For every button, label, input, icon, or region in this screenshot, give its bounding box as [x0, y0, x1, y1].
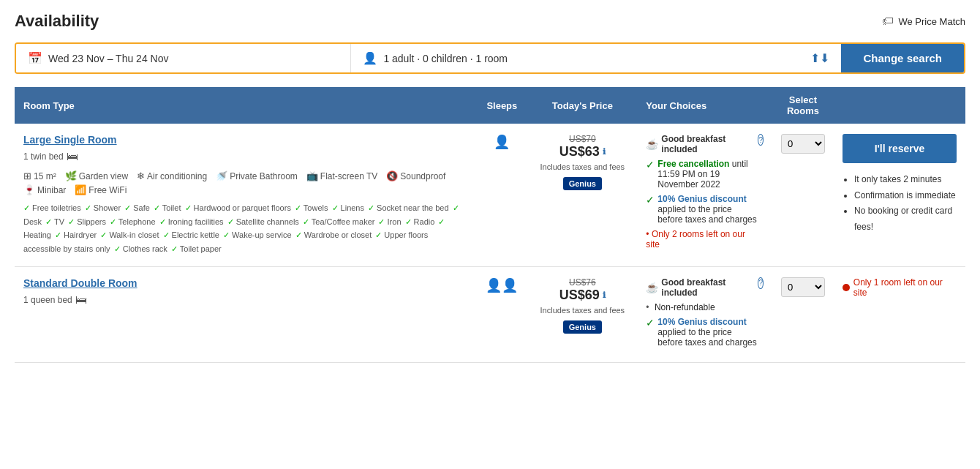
sleeps-cell: 👤	[476, 124, 527, 266]
check-icon: ✓	[110, 217, 116, 226]
guests-value: 1 adult · 0 children · 1 room	[383, 53, 508, 64]
feature-item: ✓ Electric kettle	[163, 230, 219, 239]
date-range-value: Wed 23 Nov – Thu 24 Nov	[48, 53, 168, 64]
room-quantity-select[interactable]: 0123	[781, 277, 825, 297]
search-bar: 📅 Wed 23 Nov – Thu 24 Nov 👤 1 adult · 0 …	[15, 42, 965, 74]
feature-item: ✓ Toilet	[154, 203, 181, 212]
current-price: US$63 ℹ	[536, 144, 628, 160]
original-price: US$70	[536, 134, 628, 144]
price-cell: US$76 US$69 ℹ Includes taxes and fees Ge…	[527, 266, 637, 362]
price-cell: US$70 US$63 ℹ Includes taxes and fees Ge…	[527, 124, 637, 266]
red-dot-icon	[843, 284, 850, 291]
feature-item: ✓ Clothes rack	[114, 244, 167, 253]
non-refundable-info: • Non-refundable	[646, 302, 758, 312]
breakfast-info: ☕ Good breakfast included	[646, 134, 758, 154]
check-icon: ✓	[171, 244, 178, 253]
check-icon: ✓	[223, 230, 230, 239]
room-name-link[interactable]: Standard Double Room	[23, 277, 467, 289]
price-match: 🏷 We Price Match	[882, 15, 965, 28]
date-range-field[interactable]: 📅 Wed 23 Nov – Thu 24 Nov	[16, 44, 351, 72]
person-icon: 👤	[363, 51, 377, 65]
amenity-item: 🍷 Minibar	[23, 184, 66, 195]
feature-item: ✓ Shower	[85, 203, 121, 212]
includes-text: Includes taxes and fees	[536, 162, 628, 171]
rooms-left-badge: Only 1 room left on our site	[843, 277, 957, 298]
check-icon: ✓	[124, 203, 131, 212]
select-rooms-cell: 0123	[772, 266, 834, 362]
rooms-left-info: • Only 2 rooms left on our site	[646, 229, 758, 249]
select-rooms-header: Select Rooms	[772, 87, 834, 124]
breakfast-info: ☕ Good breakfast included	[646, 277, 758, 298]
help-icon[interactable]: ?	[758, 277, 764, 289]
room-name-link[interactable]: Large Single Room	[23, 134, 467, 146]
help-icon[interactable]: ?	[758, 134, 764, 146]
room-type-header: Room Type	[15, 87, 476, 124]
check-icon: ✓	[227, 217, 234, 226]
genius-discount-info: ✓ 10% Genius discount applied to the pri…	[646, 317, 758, 348]
person-icon: 👤	[494, 135, 510, 149]
feature-item: ✓ Hardwood or parquet floors	[185, 203, 291, 212]
tag-icon: 🏷	[882, 15, 894, 28]
change-search-button[interactable]: Change search	[841, 44, 964, 72]
feature-item: ✓ Socket near the bed	[368, 203, 449, 212]
room-type-cell: Large Single Room 1 twin bed 🛏 ⊞ 15 m²🌿 …	[15, 124, 476, 266]
original-price: US$76	[536, 277, 628, 288]
check-icon: ✓	[303, 217, 309, 226]
check-icon: ✓	[375, 230, 382, 239]
check-icon: ✓	[159, 217, 166, 226]
price-info-icon[interactable]: ℹ	[603, 147, 606, 157]
benefit-item: No booking or credit card fees!	[854, 203, 957, 235]
benefits-list: It only takes 2 minutesConfirmation is i…	[843, 172, 957, 235]
reserve-button[interactable]: I'll reserve	[843, 134, 957, 163]
room-quantity-select[interactable]: 0123	[781, 134, 825, 154]
bed-info: 1 twin bed 🛏	[23, 150, 467, 163]
feature-item: ✓ Radio	[405, 217, 435, 226]
amenity-item: 📶 Free WiFi	[75, 184, 127, 195]
select-rooms-cell: 0123	[772, 124, 834, 266]
check-icon: ✓	[405, 217, 412, 226]
feature-item: ✓ Ironing facilities	[159, 217, 224, 226]
check-icon: ✓	[45, 217, 52, 226]
check-icon: ✓	[154, 203, 160, 212]
page-title: Availability	[15, 12, 99, 31]
page-header: Availability 🏷 We Price Match	[15, 12, 965, 31]
check-icon: ✓	[295, 203, 301, 212]
genius-badge: Genius	[563, 177, 602, 190]
free-cancel-info: ✓ Free cancellation until 11:59 PM on 19…	[646, 159, 758, 190]
amenity-item: ❄ Air conditioning	[137, 170, 207, 181]
bed-info: 1 queen bed 🛏	[23, 293, 467, 307]
table-row: Large Single Room 1 twin bed 🛏 ⊞ 15 m²🌿 …	[15, 124, 965, 266]
feature-item: ✓ Linens	[332, 203, 364, 212]
genius-discount-info: ✓ 10% Genius discount applied to the pri…	[646, 194, 758, 225]
bed-icon: 🛏	[75, 293, 87, 307]
room-type-cell: Standard Double Room 1 queen bed 🛏	[15, 266, 476, 362]
feature-item: ✓ Free toiletries	[23, 203, 81, 212]
check-icon: ✓	[332, 203, 339, 212]
reserve-cell: Only 1 room left on our site	[834, 266, 965, 362]
check-icon: ✓	[368, 203, 374, 212]
price-info-icon[interactable]: ℹ	[603, 290, 606, 300]
check-icon: ✓	[114, 244, 121, 253]
guests-stepper[interactable]: ⬆⬇	[810, 51, 829, 65]
feature-item: ✓ Slippers	[68, 217, 106, 226]
features-list: ✓ Free toiletries ✓ Shower ✓ Safe ✓ Toil…	[23, 201, 467, 256]
feature-item: ✓ Walk-in closet	[100, 230, 159, 239]
reserve-header	[834, 87, 965, 124]
person-icon: 👤	[486, 278, 502, 293]
feature-item: ✓ Towels	[295, 203, 328, 212]
sleeps-cell: 👤👤	[476, 266, 527, 362]
feature-item: ✓ Telephone	[110, 217, 156, 226]
feature-item: ✓ Safe	[124, 203, 150, 212]
amenity-item: 🚿 Private Bathroom	[216, 170, 298, 181]
reserve-cell: I'll reserve It only takes 2 minutesConf…	[834, 124, 965, 266]
sleeps-header: Sleeps	[476, 87, 527, 124]
guests-field[interactable]: 👤 1 adult · 0 children · 1 room ⬆⬇	[351, 44, 841, 72]
feature-item: ✓ Wake-up service	[223, 230, 292, 239]
choices-cell: ☕ Good breakfast included • Non-refundab…	[637, 266, 772, 362]
table-row: Standard Double Room 1 queen bed 🛏 👤👤 US…	[15, 266, 965, 362]
price-header: Today's Price	[527, 87, 637, 124]
feature-item: ✓ TV	[45, 217, 64, 226]
feature-item: ✓ Iron	[378, 217, 401, 226]
feature-item: ✓ Tea/Coffee maker	[303, 217, 374, 226]
includes-text: Includes taxes and fees	[536, 306, 628, 315]
